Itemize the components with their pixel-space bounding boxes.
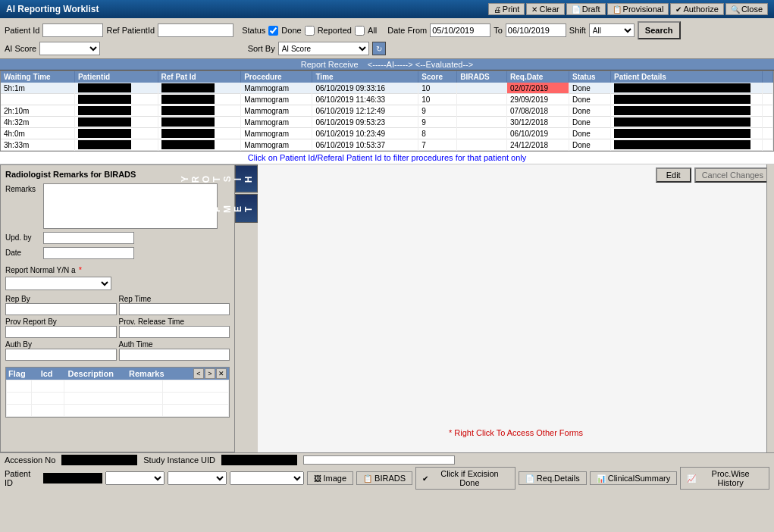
done-checkbox[interactable]: [268, 26, 278, 36]
cell-ref-pat-id: [158, 128, 241, 139]
sort-by-label: Sort By: [248, 44, 275, 53]
accession-no-value: [61, 455, 137, 465]
icd-col-remarks: Remarks: [129, 369, 164, 378]
reported-checkbox[interactable]: [305, 26, 315, 36]
cell-waiting-time: 3h:33m: [1, 139, 74, 151]
tab-clinical-summary[interactable]: 📊 ClinicalSummary: [590, 471, 678, 485]
edit-button[interactable]: Edit: [656, 167, 691, 183]
table-row[interactable]: Mammogram 06/10/2019 11:46:33 10 29/09/2…: [1, 94, 773, 105]
report-normal-select[interactable]: [5, 277, 111, 290]
table-row[interactable]: 3h:33m Mammogram 06/10/2019 10:53:37 7 2…: [1, 139, 773, 151]
accession-no-label: Accession No: [5, 455, 55, 465]
cell-patient-id: [74, 83, 158, 94]
date-from-input[interactable]: [430, 23, 490, 37]
cell-waiting-time: 2h:10m: [1, 105, 74, 117]
icd-col-icd: Icd: [41, 369, 53, 378]
notice-bar: Click on Patient Id/Referal Patient Id t…: [0, 152, 774, 164]
table-row[interactable]: 5h:1m Mammogram 06/10/2019 09:33:16 10 0…: [1, 83, 773, 94]
cell-ref-pat-id: [158, 94, 241, 105]
tab-proc-wise-history[interactable]: 📈 Proc.Wise History: [680, 467, 769, 490]
cell-status: Done: [569, 105, 611, 117]
cell-patient-details: [611, 94, 763, 105]
print-button[interactable]: 🖨 Print: [488, 3, 525, 15]
table-row[interactable]: 2h:10m Mammogram 06/10/2019 12:12:49 9 0…: [1, 105, 773, 117]
ref-patient-id-input[interactable]: [158, 23, 233, 37]
bottom-bar: Accession No Study Instance UID Patient …: [0, 452, 774, 491]
cell-patient-id: [74, 128, 158, 139]
icd-row-2[interactable]: [7, 393, 229, 405]
ai-score-select[interactable]: [39, 42, 100, 55]
authorize-button[interactable]: ✔ Authorize: [670, 3, 723, 15]
all-checkbox[interactable]: [355, 26, 365, 36]
icd-next-btn[interactable]: >: [205, 368, 215, 379]
auth-by-input[interactable]: [5, 349, 117, 361]
right-scrollbar[interactable]: [766, 164, 774, 452]
cell-waiting-time: [1, 94, 74, 105]
patient-id-input[interactable]: [42, 23, 103, 37]
prov-report-by-input[interactable]: [5, 326, 117, 338]
rep-time-input[interactable]: [119, 303, 230, 315]
date-input[interactable]: [43, 247, 134, 259]
cell-patient-id: [74, 117, 158, 128]
icd-close-btn[interactable]: ✕: [216, 368, 227, 379]
bottom-select-2[interactable]: [168, 471, 227, 485]
cell-time: 06/10/2019 10:53:37: [312, 139, 418, 151]
shift-label: Shift: [569, 26, 586, 35]
cell-patient-details: [611, 128, 763, 139]
table-row[interactable]: 4h:0m Mammogram 06/10/2019 10:23:49 8 06…: [1, 128, 773, 139]
icd-prev-btn[interactable]: <: [193, 368, 204, 379]
rep-by-input[interactable]: [5, 303, 117, 315]
cell-score: 9: [418, 117, 457, 128]
cell-status: Done: [569, 94, 611, 105]
cell-extra: [763, 94, 773, 105]
all-label: All: [368, 26, 377, 35]
col-time: Time: [312, 71, 418, 83]
refresh-button[interactable]: ↻: [372, 42, 386, 55]
draft-button[interactable]: 📄 Draft: [566, 3, 606, 15]
cell-status: Done: [569, 128, 611, 139]
reported-label: Reported: [318, 26, 352, 35]
auth-time-input[interactable]: [119, 349, 230, 361]
date-to-label: To: [494, 26, 503, 35]
cell-patient-details: [611, 83, 763, 94]
icd-row-3[interactable]: [7, 405, 229, 417]
template-tab[interactable]: TEMPLATE: [235, 194, 258, 223]
tab-birads[interactable]: 📋 BIRADS: [356, 471, 412, 485]
tab-req-details[interactable]: 📄 Req.Details: [519, 471, 587, 485]
prov-report-by-label: Prov Report By: [5, 318, 117, 326]
cell-birads: [457, 139, 507, 151]
cell-extra: [763, 83, 773, 94]
search-button[interactable]: Search: [638, 21, 681, 39]
bottom-select-3[interactable]: [230, 471, 303, 485]
cell-procedure: Mammogram: [241, 117, 312, 128]
tab-image[interactable]: 🖼 Image: [307, 471, 354, 485]
col-status: Status: [569, 71, 611, 83]
cell-score: 8: [418, 128, 457, 139]
clear-button[interactable]: ✕ Clear: [526, 3, 564, 15]
rep-time-label: Rep Time: [119, 295, 230, 303]
upd-by-input[interactable]: [43, 232, 134, 244]
col-patient-details: Patient Details: [611, 71, 763, 83]
col-req-date: Req.Date: [507, 71, 569, 83]
sort-by-select[interactable]: AI Score: [278, 42, 369, 55]
auth-by-label: Auth By: [5, 340, 117, 349]
cell-waiting-time: 4h:0m: [1, 128, 74, 139]
col-extra: [763, 71, 773, 83]
provisional-button[interactable]: 📋 Provisional: [607, 3, 669, 15]
bottom-patient-id-label: Patient ID: [5, 469, 40, 487]
cell-birads: [457, 105, 507, 117]
cell-patient-id: [74, 94, 158, 105]
study-instance-label: Study Instance UID: [143, 455, 215, 465]
cell-time: 06/10/2019 10:23:49: [312, 128, 418, 139]
bottom-select-1[interactable]: [105, 471, 165, 485]
date-to-input[interactable]: [506, 23, 566, 37]
table-row[interactable]: 4h:32m Mammogram 06/10/2019 09:53:23 9 3…: [1, 117, 773, 128]
close-button[interactable]: 🔍 Close: [725, 3, 768, 15]
prov-release-time-input[interactable]: [119, 326, 230, 338]
tab-excision[interactable]: ✔ Click if Excision Done: [415, 467, 515, 490]
icd-col-desc: Description: [68, 369, 114, 378]
icd-row-1[interactable]: [7, 380, 229, 393]
history-tab[interactable]: HISTORY: [235, 164, 258, 192]
shift-select[interactable]: All: [589, 23, 635, 37]
cancel-changes-button[interactable]: Cancel Changes: [694, 167, 771, 183]
